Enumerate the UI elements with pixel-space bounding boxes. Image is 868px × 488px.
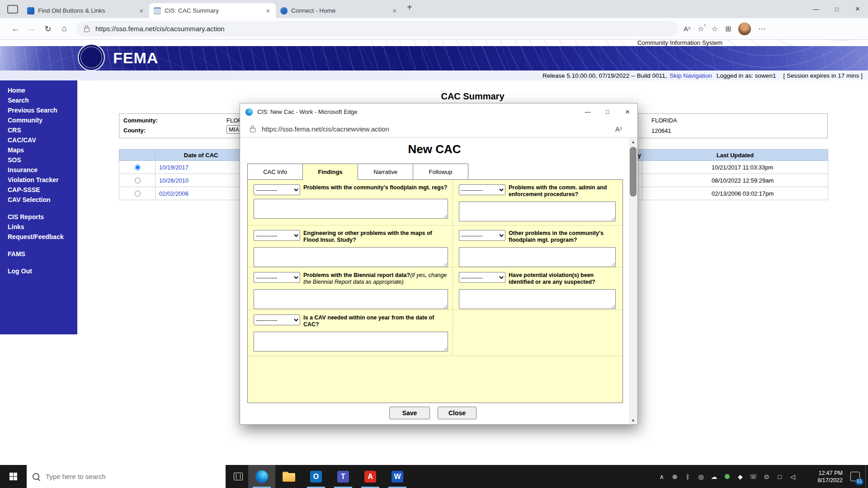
- add-favorite-icon[interactable]: ☆: [698, 24, 704, 33]
- browser-tab-2-active[interactable]: CIS: CAC Summary ×: [149, 3, 276, 18]
- scroll-down-icon[interactable]: ▼: [629, 417, 637, 424]
- floodplain-regs-textarea[interactable]: [254, 199, 448, 219]
- cav-needed-select[interactable]: -----------: [254, 314, 300, 325]
- cac-row-radio[interactable]: [135, 191, 141, 197]
- more-menu-icon[interactable]: ⋯: [758, 24, 765, 33]
- cac-row-radio[interactable]: [135, 178, 141, 183]
- popup-titlebar[interactable]: CIS: New Cac - Work - Microsoft Edge — □…: [240, 103, 637, 120]
- tab-findings[interactable]: Findings: [302, 164, 358, 180]
- browser-tab-3[interactable]: Connect - Home ×: [276, 3, 402, 18]
- maps-fis-select[interactable]: -----------: [254, 230, 300, 241]
- cav-needed-textarea[interactable]: [254, 332, 448, 352]
- sidebar-item-cap-ssse[interactable]: CAP-SSSE: [0, 185, 77, 195]
- skip-navigation-link[interactable]: Skip Navigation: [670, 72, 712, 79]
- popup-address-bar[interactable]: https://sso.fema.net/cis/cacnewview.acti…: [240, 120, 637, 138]
- maps-fis-textarea[interactable]: [254, 247, 448, 267]
- show-desktop-button[interactable]: [865, 465, 868, 488]
- people-icon[interactable]: ◎: [694, 473, 708, 480]
- teams-status-icon[interactable]: [725, 474, 730, 479]
- read-aloud-icon[interactable]: A: [615, 125, 622, 133]
- home-icon[interactable]: ⌂: [56, 24, 72, 33]
- read-aloud-icon[interactable]: A: [684, 25, 690, 33]
- tab-close-icon[interactable]: ×: [391, 7, 398, 14]
- tab-close-icon[interactable]: ×: [264, 7, 271, 14]
- taskbar-teams-button[interactable]: T: [330, 465, 357, 488]
- popup-maximize-button[interactable]: □: [598, 103, 618, 120]
- popup-minimize-button[interactable]: —: [578, 103, 598, 120]
- sidebar-item-cis-reports[interactable]: CIS Reports: [0, 212, 77, 222]
- volume-icon[interactable]: ◁: [786, 473, 799, 480]
- taskbar-search-box[interactable]: [27, 465, 226, 488]
- sidebar-item-community[interactable]: Community: [0, 115, 77, 125]
- new-tab-button[interactable]: +: [407, 2, 412, 13]
- window-close-button[interactable]: ×: [847, 0, 868, 18]
- taskbar-acrobat-button[interactable]: A: [357, 465, 384, 488]
- sidebar-item-crs[interactable]: CRS: [0, 125, 77, 135]
- tab-actions-icon[interactable]: [7, 5, 18, 14]
- cac-date-link[interactable]: 10/26/2010: [156, 174, 247, 187]
- address-bar[interactable]: https://sso.fema.net/cis/cacsummary.acti…: [77, 21, 678, 37]
- other-problems-select[interactable]: -----------: [459, 230, 505, 241]
- cac-date-link[interactable]: 10/19/2017: [156, 161, 247, 174]
- sidebar-item-cac-cav[interactable]: CAC/CAV: [0, 135, 77, 145]
- violations-select[interactable]: -----------: [459, 272, 505, 283]
- other-problems-textarea[interactable]: [459, 247, 616, 267]
- sidebar-item-cav-selection[interactable]: CAV Selection: [0, 195, 77, 205]
- taskbar-word-button[interactable]: W: [384, 465, 411, 488]
- popup-close-button[interactable]: ×: [618, 103, 637, 120]
- taskbar-outlook-button[interactable]: O: [302, 465, 330, 488]
- save-button[interactable]: Save: [389, 407, 430, 419]
- search-input[interactable]: [45, 472, 200, 481]
- security-icon[interactable]: ◆: [734, 473, 747, 480]
- violations-textarea[interactable]: [459, 289, 616, 309]
- favorites-icon[interactable]: ☆: [712, 24, 718, 33]
- popup-url-text[interactable]: https://sso.fema.net/cis/cacnewview.acti…: [262, 125, 389, 133]
- floodplain-regs-select[interactable]: -----------: [254, 184, 300, 195]
- scrollbar-thumb[interactable]: [630, 147, 637, 197]
- sidebar-item-fams[interactable]: FAMS: [0, 249, 77, 259]
- phone-icon[interactable]: ☏: [747, 473, 760, 480]
- tab-narrative[interactable]: Narrative: [358, 164, 413, 180]
- admin-enforcement-textarea[interactable]: [459, 202, 616, 221]
- admin-enforcement-select[interactable]: -----------: [459, 184, 505, 195]
- action-center-button[interactable]: 51: [844, 465, 865, 488]
- sidebar-item-violation-tracker[interactable]: Violation Tracker: [0, 175, 77, 185]
- url-text[interactable]: https://sso.fema.net/cis/cacsummary.acti…: [95, 25, 225, 33]
- back-icon[interactable]: ←: [7, 24, 24, 33]
- onedrive-icon[interactable]: ☁: [708, 473, 721, 480]
- sidebar-item-log-out[interactable]: Log Out: [0, 266, 77, 276]
- sidebar-item-previous-search[interactable]: Previous Search: [0, 105, 77, 115]
- popup-scrollbar[interactable]: ▲ ▼: [629, 138, 637, 424]
- cac-date-link[interactable]: 02/02/2006: [156, 187, 247, 200]
- biennial-report-select[interactable]: -----------: [254, 272, 300, 283]
- biennial-report-textarea[interactable]: [254, 289, 448, 309]
- scroll-up-icon[interactable]: ▲: [629, 138, 637, 145]
- profile-avatar[interactable]: [738, 23, 751, 35]
- snip-icon[interactable]: ⊙: [760, 473, 773, 480]
- sidebar-item-home[interactable]: Home: [0, 85, 77, 95]
- sidebar-item-maps[interactable]: Maps: [0, 145, 77, 155]
- collections-icon[interactable]: ⊞: [725, 24, 731, 33]
- cac-row-radio[interactable]: [135, 164, 141, 170]
- window-minimize-button[interactable]: —: [806, 0, 826, 18]
- sidebar-item-links[interactable]: Links: [0, 222, 77, 232]
- sidebar-item-request-feedback[interactable]: Request/Feedback: [0, 232, 77, 242]
- hidden-icons-chevron[interactable]: ∧: [655, 473, 668, 480]
- browser-tab-1[interactable]: Find Old Buttons & Links ×: [23, 3, 149, 18]
- start-button[interactable]: [0, 465, 27, 488]
- lock-icon[interactable]: [84, 28, 90, 32]
- sidebar-item-sos[interactable]: SOS: [0, 155, 77, 165]
- display-icon[interactable]: □: [773, 473, 786, 480]
- close-button[interactable]: Close: [438, 407, 476, 419]
- bluetooth-icon[interactable]: ᛒ: [681, 473, 694, 480]
- network-icon[interactable]: ⊕: [668, 473, 681, 480]
- taskbar-file-explorer-button[interactable]: [275, 465, 302, 488]
- taskbar-clock[interactable]: 12:47 PM 8/17/2022: [799, 469, 844, 484]
- window-maximize-button[interactable]: □: [826, 0, 847, 18]
- tab-followup[interactable]: Followup: [413, 164, 468, 180]
- task-view-button[interactable]: [228, 465, 248, 488]
- taskbar-edge-button[interactable]: [248, 465, 275, 488]
- sidebar-item-insurance[interactable]: Insurance: [0, 165, 77, 175]
- reload-icon[interactable]: ↻: [40, 24, 56, 34]
- tab-close-icon[interactable]: ×: [138, 7, 145, 14]
